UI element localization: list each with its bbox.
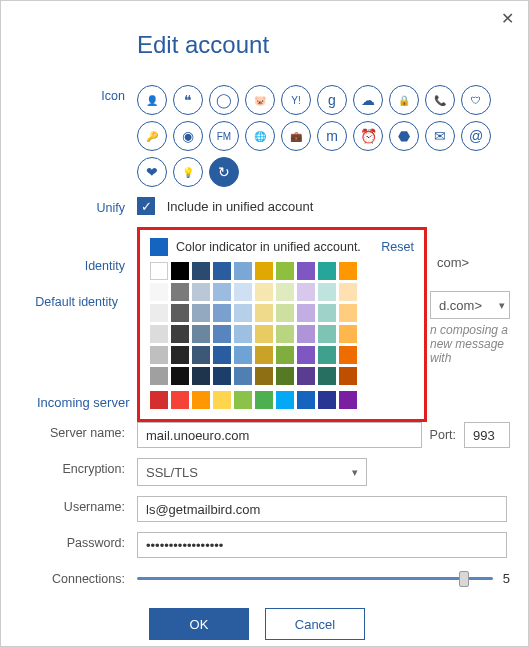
color-swatch[interactable] [297, 283, 315, 301]
color-swatch[interactable] [276, 325, 294, 343]
fm-icon[interactable]: FM [209, 121, 239, 151]
color-swatch[interactable] [276, 391, 294, 409]
color-swatch[interactable] [213, 367, 231, 385]
cancel-button[interactable]: Cancel [265, 608, 365, 640]
color-swatch[interactable] [171, 283, 189, 301]
color-swatch[interactable] [192, 367, 210, 385]
at-swirl-icon[interactable]: ◉ [173, 121, 203, 151]
refresh-icon[interactable]: ↻ [209, 157, 239, 187]
color-swatch[interactable] [234, 325, 252, 343]
phone-icon[interactable]: 📞 [425, 85, 455, 115]
color-swatch[interactable] [297, 304, 315, 322]
color-swatch[interactable] [171, 325, 189, 343]
color-swatch[interactable] [150, 391, 168, 409]
outlook-icon[interactable]: ✉ [425, 121, 455, 151]
color-swatch[interactable] [276, 346, 294, 364]
color-swatch[interactable] [192, 304, 210, 322]
color-swatch[interactable] [318, 346, 336, 364]
color-swatch[interactable] [255, 367, 273, 385]
color-swatch[interactable] [318, 367, 336, 385]
color-swatch[interactable] [276, 304, 294, 322]
cube-icon[interactable]: ⬣ [389, 121, 419, 151]
color-swatch[interactable] [192, 325, 210, 343]
piggy-icon[interactable]: 🐷 [245, 85, 275, 115]
google-icon[interactable]: g [317, 85, 347, 115]
color-swatch[interactable] [339, 346, 357, 364]
color-swatch[interactable] [213, 283, 231, 301]
color-swatch[interactable] [192, 391, 210, 409]
color-swatch[interactable] [150, 367, 168, 385]
bulb-icon[interactable]: 💡 [173, 157, 203, 187]
color-swatch[interactable] [339, 325, 357, 343]
yahoo-icon[interactable]: Y! [281, 85, 311, 115]
color-swatch[interactable] [339, 304, 357, 322]
color-swatch[interactable] [234, 304, 252, 322]
color-swatch[interactable] [297, 262, 315, 280]
current-color-swatch[interactable] [150, 238, 168, 256]
color-swatch[interactable] [276, 262, 294, 280]
color-swatch[interactable] [192, 283, 210, 301]
close-icon[interactable]: ✕ [501, 9, 514, 28]
m-icon[interactable]: m [317, 121, 347, 151]
cloud-icon[interactable]: ☁ [353, 85, 383, 115]
include-unified-checkbox[interactable]: ✓ [137, 197, 155, 215]
color-swatch[interactable] [150, 262, 168, 280]
color-swatch[interactable] [234, 346, 252, 364]
color-swatch[interactable] [255, 283, 273, 301]
port-input[interactable] [464, 422, 510, 448]
color-swatch[interactable] [297, 346, 315, 364]
user-icon[interactable]: 👤 [137, 85, 167, 115]
color-swatch[interactable] [150, 325, 168, 343]
color-swatch[interactable] [213, 391, 231, 409]
circle-o-icon[interactable]: ◯ [209, 85, 239, 115]
color-swatch[interactable] [297, 391, 315, 409]
briefcase-icon[interactable]: 💼 [281, 121, 311, 151]
color-swatch[interactable] [318, 262, 336, 280]
color-swatch[interactable] [339, 391, 357, 409]
connections-slider[interactable] [137, 568, 493, 588]
color-swatch[interactable] [171, 391, 189, 409]
shield-icon[interactable]: 🛡 [461, 85, 491, 115]
color-swatch[interactable] [255, 304, 273, 322]
at-icon[interactable]: @ [461, 121, 491, 151]
color-swatch[interactable] [255, 262, 273, 280]
color-swatch[interactable] [234, 283, 252, 301]
color-swatch[interactable] [213, 325, 231, 343]
color-swatch[interactable] [318, 325, 336, 343]
color-swatch[interactable] [171, 346, 189, 364]
heart-icon[interactable]: ❤ [137, 157, 167, 187]
color-swatch[interactable] [150, 346, 168, 364]
color-swatch[interactable] [192, 262, 210, 280]
reset-link[interactable]: Reset [381, 240, 414, 254]
color-swatch[interactable] [171, 262, 189, 280]
ok-button[interactable]: OK [149, 608, 249, 640]
color-swatch[interactable] [318, 283, 336, 301]
color-swatch[interactable] [213, 262, 231, 280]
color-swatch[interactable] [150, 304, 168, 322]
color-swatch[interactable] [234, 391, 252, 409]
slider-thumb[interactable] [459, 571, 469, 587]
color-swatch[interactable] [276, 283, 294, 301]
color-swatch[interactable] [213, 304, 231, 322]
color-swatch[interactable] [339, 262, 357, 280]
globe-icon[interactable]: 🌐 [245, 121, 275, 151]
color-swatch[interactable] [171, 367, 189, 385]
color-swatch[interactable] [318, 304, 336, 322]
color-swatch[interactable] [255, 391, 273, 409]
password-input[interactable] [137, 532, 507, 558]
color-swatch[interactable] [213, 346, 231, 364]
color-swatch[interactable] [192, 346, 210, 364]
color-swatch[interactable] [171, 304, 189, 322]
color-swatch[interactable] [255, 346, 273, 364]
color-swatch[interactable] [150, 283, 168, 301]
encryption-select[interactable]: SSL/TLS ▾ [137, 458, 367, 486]
color-swatch[interactable] [297, 367, 315, 385]
color-swatch[interactable] [276, 367, 294, 385]
clock-icon[interactable]: ⏰ [353, 121, 383, 151]
color-swatch[interactable] [339, 367, 357, 385]
server-name-input[interactable] [137, 422, 422, 448]
default-identity-select[interactable]: d.com> ▾ [430, 291, 510, 319]
color-swatch[interactable] [234, 367, 252, 385]
username-input[interactable] [137, 496, 507, 522]
color-swatch[interactable] [297, 325, 315, 343]
